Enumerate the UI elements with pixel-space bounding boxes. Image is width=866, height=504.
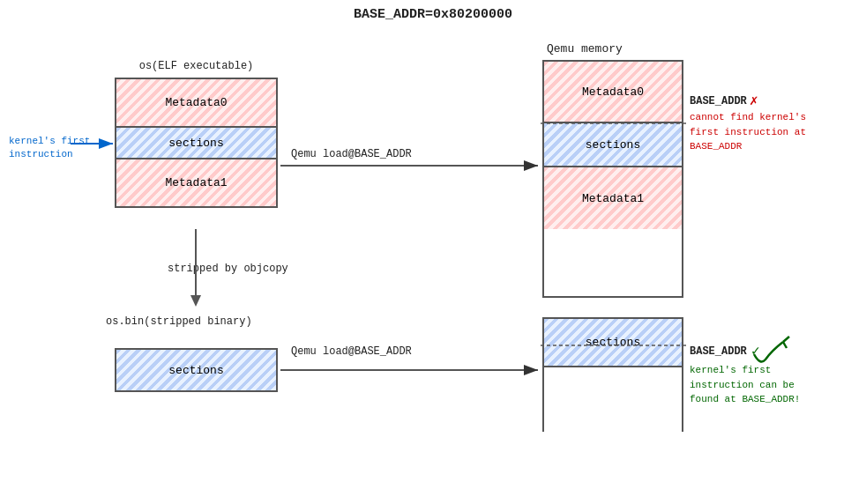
qemu-top-box: Metadata0 sections Metadata1 (542, 60, 683, 298)
success-text: kernel's firstinstruction can befound at… (690, 363, 800, 407)
qemu-bottom-box: sections (542, 317, 683, 432)
svg-line-10 (783, 337, 789, 342)
base-addr-bottom-label: BASE_ADDR (690, 345, 747, 358)
qemu-memory-title: Qemu memory (547, 42, 623, 56)
qemu-sections-block: sections (544, 123, 682, 167)
error-text: cannot find kernel'sfirst instruction at… (690, 110, 806, 154)
objcopy-label: stripped by objcopy (168, 263, 288, 275)
qemu-metadata1-label: Metadata1 (582, 192, 644, 205)
elf-box: Metadata0 sections Metadata1 (115, 78, 278, 208)
stripped-sections-label: sections (168, 364, 223, 377)
qemu-metadata0-label: Metadata0 (582, 85, 644, 99)
stripped-label: os.bin(stripped binary) (106, 315, 252, 328)
elf-metadata0-block: Metadata0 (115, 78, 278, 126)
qemu-sections-label: sections (586, 138, 640, 152)
qemu-bottom-sections-block: sections (544, 319, 682, 367)
arrows-svg (0, 0, 866, 504)
page-title: BASE_ADDR=0x80200000 (354, 7, 512, 22)
qemu-bottom-empty (544, 367, 682, 434)
elf-sections-block: sections (115, 126, 278, 159)
elf-label: os(ELF executable) (115, 60, 278, 72)
svg-marker-7 (190, 295, 201, 307)
elf-metadata1-block: Metadata1 (115, 159, 278, 208)
qemu-metadata0-block: Metadata0 (544, 62, 682, 123)
elf-sections-label: sections (168, 137, 223, 150)
arrow-label-top: Qemu load@BASE_ADDR (291, 148, 412, 160)
qemu-metadata1-block: Metadata1 (544, 167, 682, 229)
elf-metadata0-label: Metadata0 (165, 96, 227, 109)
qemu-bottom-sections-label: sections (586, 336, 640, 349)
diagram: BASE_ADDR=0x80200000 os(ELF executable) … (0, 0, 866, 504)
stripped-sections-block: sections (115, 348, 278, 392)
check-mark-icon: ✓ (751, 342, 760, 359)
svg-line-11 (783, 342, 787, 348)
stripped-box: sections (115, 348, 278, 392)
x-mark-icon: ✗ (750, 92, 758, 109)
base-addr-top-label: BASE_ADDR (690, 95, 747, 107)
kernel-first-label: kernel's firstinstruction (9, 135, 90, 162)
arrow-label-bottom: Qemu load@BASE_ADDR (291, 345, 412, 358)
elf-metadata1-label: Metadata1 (165, 176, 227, 189)
